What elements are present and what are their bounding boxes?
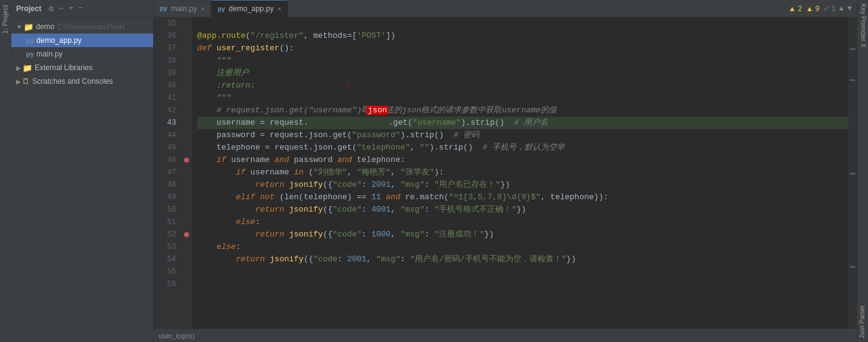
overview-ruler	[848, 17, 857, 328]
code-line-37: def user_register():	[197, 42, 848, 55]
gutter-55	[181, 266, 192, 278]
breakpoint-46[interactable]	[184, 158, 189, 163]
code-line-44: password = request.json.get("password").…	[197, 129, 848, 142]
annotated-json: json ↓	[308, 92, 388, 154]
nav-down-icon[interactable]: ▼	[848, 4, 852, 13]
folder-icon-demo: 📁	[24, 22, 33, 32]
project-title: Project	[16, 4, 42, 13]
gutter-42	[181, 104, 192, 117]
sidebar-icon-1[interactable]: ⚙	[49, 4, 54, 14]
gutter-38	[181, 55, 192, 67]
sidebar-item-label-ext: External Libraries	[35, 63, 92, 72]
sidebar-item-label-demo-app: demo_app.py	[37, 36, 82, 45]
expand-arrow-ext: ▶	[16, 65, 21, 71]
sidebar-item-path: C:\Users\xiaoqq\Deskt...	[57, 23, 131, 30]
sidebar-icon-3[interactable]: +	[68, 4, 73, 13]
code-line-56	[197, 278, 848, 290]
code-line-51: else:	[197, 216, 848, 228]
code-line-52: return jsonify({"code": 1000, "msg": "注册…	[197, 228, 848, 241]
code-line-46: if username and password and telephone:	[197, 154, 848, 166]
ruler-mark-3	[849, 173, 856, 174]
status-bar: user_login()	[154, 328, 857, 342]
editor-area: py main.py × py demo_app.py × ▲ 2 ▲ 9 ✓ …	[154, 0, 857, 342]
py-icon-main: py	[26, 50, 34, 58]
code-line-42: # request.json.get("username")即从发送的json格…	[197, 104, 848, 117]
status-func: user_login()	[159, 332, 195, 340]
folder-icon-ext: 📁	[22, 63, 32, 73]
gutter-40	[181, 79, 192, 92]
gutter-52	[181, 228, 192, 241]
tab-main-py[interactable]: py main.py ×	[154, 0, 211, 17]
code-editor: 35 36 37 38 39 40 41 42 43 44 45 46 47 4…	[154, 17, 857, 328]
gutter-51	[181, 216, 192, 228]
tab-label-main: main.py	[171, 4, 197, 13]
error-count[interactable]: ▲ 9	[806, 4, 820, 13]
code-line-55	[197, 266, 848, 278]
gutter-39	[181, 67, 192, 79]
key-promoter-label[interactable]: Key Promoter X	[857, 0, 868, 52]
code-line-49: elif not (len(telephone) == 11 and re.ma…	[197, 191, 848, 204]
ok-count[interactable]: ✓ 1	[823, 4, 836, 13]
sidebar-item-label-main: main.py	[37, 50, 63, 58]
py-icon-tab-main: py	[160, 5, 167, 12]
gutter-43	[181, 117, 192, 129]
json-parser-label[interactable]: Json Parser	[857, 302, 868, 342]
warning-area: ▲ 2 ▲ 9 ✓ 1 ▲ ▼	[789, 0, 857, 17]
code-line-41: """	[197, 92, 848, 104]
editor-gutter	[181, 17, 192, 328]
sidebar-icon-2[interactable]: ↔	[59, 4, 64, 13]
breakpoint-52[interactable]	[184, 232, 189, 237]
red-arrow-icon: ↓	[345, 81, 352, 91]
expand-arrow-demo: ▼	[16, 24, 22, 30]
sidebar-item-label-demo: demo	[36, 22, 55, 31]
code-line-45: telephone = request.json.get("telephone"…	[197, 142, 848, 154]
tab-label-demo: demo_app.py	[229, 4, 274, 13]
nav-up-icon[interactable]: ▲	[839, 4, 844, 13]
gutter-53	[181, 241, 192, 253]
sidebar-item-label-scratches: Scratches and Consoles	[32, 77, 113, 86]
sidebar-item-main-py[interactable]: py main.py	[11, 47, 153, 61]
code-line-40: :return:	[197, 79, 848, 92]
tab-close-main[interactable]: ×	[201, 5, 205, 12]
project-panel-label[interactable]: 1: Project	[0, 0, 11, 38]
tab-close-demo[interactable]: ×	[278, 5, 281, 12]
gutter-46	[181, 154, 192, 166]
expand-arrow-scratches: ▶	[16, 78, 21, 85]
sidebar-tree: ▼ 📁 demo C:\Users\xiaoqq\Deskt... py dem…	[11, 17, 153, 342]
sidebar-item-external-libs[interactable]: ▶ 📁 External Libraries	[11, 61, 153, 74]
gutter-50	[181, 204, 192, 216]
code-line-48: return jsonify({"code": 2001, "msg": "用户…	[197, 179, 848, 191]
code-line-50: return jsonify({"code": 4001, "msg": "手机…	[197, 204, 848, 216]
line-numbers: 35 36 37 38 39 40 41 42 43 44 45 46 47 4…	[154, 17, 181, 328]
folder-icon-scratches: 🗒	[22, 77, 30, 86]
py-icon-tab-demo: py	[218, 6, 225, 12]
gutter-48	[181, 179, 192, 191]
code-line-36: @app.route("/register", methods=['POST']…	[197, 30, 848, 42]
sidebar-toolbar: Project ⚙ ↔ + −	[11, 0, 153, 17]
gutter-54	[181, 253, 192, 266]
gutter-41	[181, 92, 192, 104]
ruler-mark-2	[849, 79, 856, 81]
sidebar-icon-4[interactable]: −	[78, 4, 83, 13]
sidebar-item-demo[interactable]: ▼ 📁 demo C:\Users\xiaoqq\Deskt...	[11, 20, 153, 34]
gutter-36	[181, 30, 192, 42]
tab-demo-app[interactable]: py demo_app.py ×	[211, 0, 288, 17]
tab-bar: py main.py × py demo_app.py × ▲ 2 ▲ 9 ✓ …	[154, 0, 857, 17]
code-line-39: 注册用户	[197, 67, 848, 79]
code-line-54: return jsonify({"code: 2001, "msg": "用户名…	[197, 253, 848, 266]
gutter-47	[181, 166, 192, 179]
ruler-mark-4	[849, 266, 856, 268]
py-icon-demo-app: py	[26, 37, 34, 44]
code-line-53: else:	[197, 241, 848, 253]
gutter-44	[181, 129, 192, 142]
ruler-mark-1	[849, 48, 856, 50]
sidebar-item-scratches[interactable]: ▶ 🗒 Scratches and Consoles	[11, 74, 153, 88]
code-content[interactable]: @app.route("/register", methods=['POST']…	[192, 17, 848, 328]
sidebar-item-demo-app[interactable]: py demo_app.py	[11, 34, 153, 47]
gutter-56	[181, 278, 192, 290]
code-line-47: if username in ("刘德华", "梅艳芳", "张学友"):	[197, 166, 848, 179]
gutter-35	[181, 17, 192, 30]
sidebar: Project ⚙ ↔ + − ▼ 📁 demo C:\Users\xiaoqq…	[11, 0, 154, 342]
warning-count[interactable]: ▲ 2	[789, 4, 802, 13]
code-line-43: username = request. json ↓ .get("usernam…	[197, 117, 848, 129]
